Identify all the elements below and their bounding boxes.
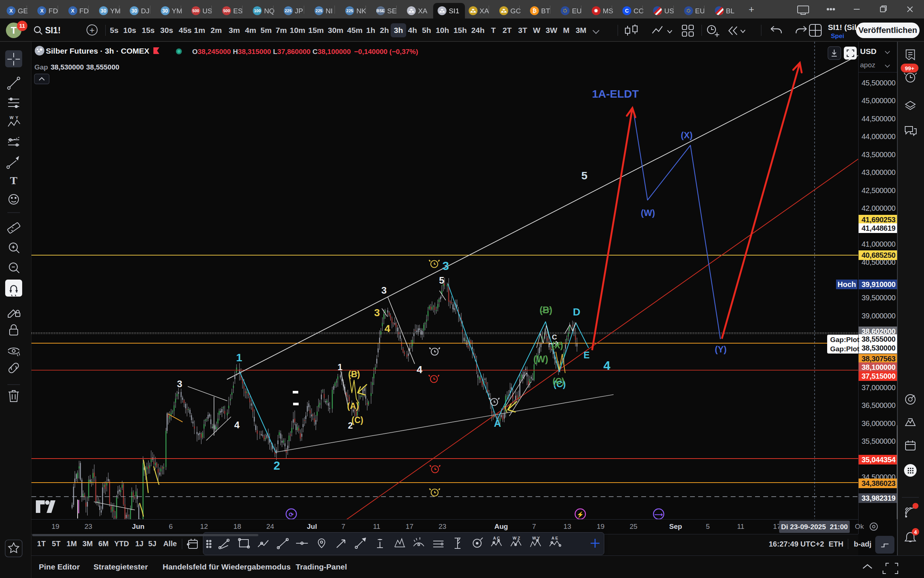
svg-text:1A-ELDT: 1A-ELDT	[592, 88, 639, 100]
svg-text:3: 3	[382, 285, 387, 296]
svg-text:Y: Y	[16, 115, 18, 120]
svg-text:W: W	[10, 115, 14, 120]
svg-text:W Y: W Y	[532, 536, 540, 540]
svg-text:3: 3	[374, 307, 380, 318]
svg-text:3: 3	[177, 378, 182, 390]
svg-text:4: 4	[604, 358, 610, 372]
svg-text:4: 4	[234, 419, 240, 430]
svg-text:99+: 99+	[905, 65, 914, 71]
svg-text:2: 2	[273, 459, 280, 472]
svg-text:3: 3	[442, 259, 449, 273]
svg-text:5: 5	[581, 169, 587, 182]
svg-text:4: 4	[914, 529, 917, 535]
svg-text:Silber Futures · 3h · COMEX: Silber Futures · 3h · COMEX	[46, 47, 149, 55]
svg-text:1: 1	[337, 362, 342, 372]
svg-text:A E: A E	[552, 536, 558, 540]
svg-text:W Z: W Z	[513, 536, 520, 540]
svg-text:(Y): (Y)	[715, 344, 727, 354]
svg-text:⟶: ⟶	[655, 511, 663, 518]
svg-text:(C): (C)	[351, 415, 363, 425]
svg-text:(B): (B)	[540, 305, 553, 315]
svg-text:38,530000: 38,530000	[51, 63, 84, 71]
svg-text:38,555000: 38,555000	[86, 63, 120, 71]
svg-text:(W): (W)	[641, 208, 655, 218]
svg-text:(W): (W)	[533, 354, 548, 364]
svg-text:D: D	[573, 306, 580, 318]
svg-text:4: 4	[416, 364, 422, 375]
svg-text:T: T	[10, 174, 17, 187]
svg-text:1: 1	[236, 351, 243, 364]
svg-text:Gap: Gap	[34, 63, 48, 71]
svg-text:−0,140000 (−0,37%): −0,140000 (−0,37%)	[354, 48, 418, 55]
svg-text:(X): (X)	[681, 130, 693, 140]
svg-text:E: E	[584, 350, 590, 360]
svg-text:4: 4	[384, 323, 390, 334]
svg-text:⚡: ⚡	[576, 511, 584, 518]
svg-text:5: 5	[439, 275, 444, 286]
svg-text:A: A	[494, 418, 501, 429]
svg-text:O38,245000 H38,315000 L37,86: O38,245000 H38,315000 L37,860000 C38,100…	[192, 48, 351, 55]
svg-text:(A): (A)	[347, 401, 359, 411]
svg-text:⟳: ⟳	[289, 511, 294, 518]
svg-text:C: C	[552, 333, 557, 341]
